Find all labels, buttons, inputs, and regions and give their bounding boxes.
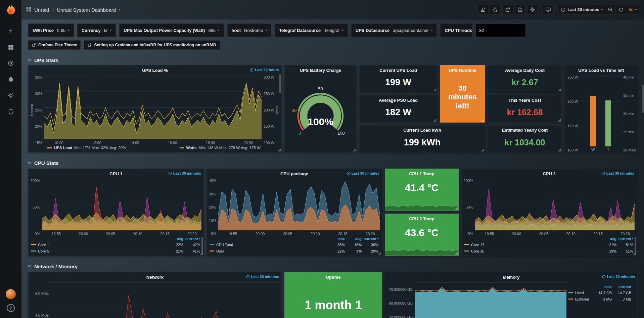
variable-telegraf-datasource[interactable]: Telegraf Datasource Telegraf▾: [275, 24, 348, 37]
panel-resize-handle[interactable]: [455, 252, 458, 255]
legend-series-name[interactable]: CPU Total: [210, 243, 328, 247]
panel-title[interactable]: UPS Runtime: [449, 68, 476, 73]
panel-title[interactable]: UPS Load %: [142, 68, 168, 73]
panel-resize-handle[interactable]: [481, 148, 484, 151]
panel-title[interactable]: CPU 2 Temp: [409, 216, 434, 221]
panel-title[interactable]: CPU 1 Temp: [409, 171, 434, 176]
legend-header-max[interactable]: max: [592, 285, 612, 289]
legend-series-name[interactable]: Used: [568, 291, 592, 295]
variable-currency[interactable]: Currency kr▾: [77, 24, 116, 37]
variable-ups-max-output[interactable]: UPS Max Output Power Capacity (Watt) 865…: [119, 24, 224, 37]
panel-title[interactable]: UPS Battery Charge: [300, 68, 341, 73]
variable-value[interactable]: apcupsd-container▾: [393, 28, 433, 33]
legend-series-name[interactable]: User: [210, 249, 328, 253]
section-cpu-stats[interactable]: CPU Stats: [28, 158, 638, 168]
legend-header-avg[interactable]: avg: [600, 237, 616, 241]
variable-value[interactable]: 0.65▾: [57, 28, 70, 33]
help-icon[interactable]: ?: [7, 304, 15, 312]
panel-resize-handle[interactable]: [433, 88, 436, 91]
panel-title[interactable]: This Years Cost: [508, 98, 541, 103]
cycle-view-mode-button[interactable]: [543, 5, 554, 15]
panel-resize-handle[interactable]: [633, 252, 636, 255]
bar-T[interactable]: [605, 100, 611, 146]
breadcrumb-app[interactable]: Unraid: [34, 7, 49, 13]
save-dashboard-button[interactable]: [515, 5, 525, 15]
add-panel-button[interactable]: [477, 5, 488, 15]
memory-chart[interactable]: [415, 282, 566, 318]
variable-ups-datasource[interactable]: UPS Datasource apcupsd-container▾: [351, 24, 437, 37]
legend-header-current[interactable]: current▾: [616, 237, 633, 241]
panel-scrollbar[interactable]: [279, 74, 281, 93]
legend-header-avg[interactable]: avg: [345, 237, 362, 241]
panel-title[interactable]: Current UPS Load: [379, 68, 417, 73]
panel-title[interactable]: Average Daily Cost: [505, 68, 545, 73]
panel-resize-handle[interactable]: [378, 252, 381, 255]
panel-resize-handle[interactable]: [278, 148, 281, 151]
panel-resize-handle[interactable]: [558, 148, 561, 151]
panel-title[interactable]: CPU package: [280, 171, 308, 176]
explore-compass-icon[interactable]: [4, 56, 17, 70]
variable-kwh-price[interactable]: kWh Price 0.65▾: [28, 24, 74, 37]
panel-resize-handle[interactable]: [558, 119, 561, 122]
alerting-bell-icon[interactable]: [4, 73, 17, 86]
panel-title[interactable]: Current Load kWh: [403, 128, 441, 133]
grafana-logo-icon[interactable]: [4, 3, 18, 17]
variable-value[interactable]: kr▾: [104, 28, 111, 33]
legend-header-current[interactable]: current▾: [362, 237, 378, 241]
legend-series-name[interactable]: Core 16: [464, 249, 600, 253]
legend-header-max[interactable]: max: [328, 237, 345, 241]
ups-bar-chart[interactable]: WT: [580, 76, 621, 152]
cpu2-chart[interactable]: [475, 179, 635, 230]
panel-title[interactable]: UPS Load vs Time left: [578, 68, 624, 73]
breadcrumb-dashboard-title[interactable]: Unraid System Dashboard: [57, 7, 116, 13]
panel-title[interactable]: Memory: [503, 275, 520, 280]
share-dashboard-button[interactable]: [502, 5, 513, 15]
dashboard-settings-button[interactable]: [527, 5, 538, 15]
section-network-memory[interactable]: Network / Memory: [28, 261, 638, 271]
panel-resize-handle[interactable]: [200, 252, 203, 255]
panel-title[interactable]: Network: [146, 275, 164, 280]
time-range-picker[interactable]: Last 30 minutes ▾: [558, 5, 605, 15]
bar-group-T[interactable]: T: [605, 77, 611, 152]
panel-resize-handle[interactable]: [558, 88, 561, 91]
legend-series-name[interactable]: Core 1: [31, 243, 167, 247]
panel-title[interactable]: CPU 1: [109, 171, 122, 176]
legend-header-current[interactable]: current: [612, 285, 631, 289]
star-dashboard-button[interactable]: [490, 5, 501, 15]
ups-load-chart[interactable]: [44, 76, 262, 139]
server-admin-shield-icon[interactable]: [4, 105, 17, 118]
panel-resize-handle[interactable]: [455, 207, 458, 210]
page-scrollbar[interactable]: [642, 85, 644, 113]
section-ups-stats[interactable]: UPS Stats: [28, 55, 638, 65]
legend-item-ups-load[interactable]: UPS Load Min: 17% Max: 32% Avg: 20%: [47, 146, 126, 150]
cpu-threads-input[interactable]: [475, 24, 526, 37]
network-chart[interactable]: [51, 282, 279, 318]
cpu-package-chart[interactable]: [218, 179, 380, 230]
panel-title[interactable]: Uptime: [326, 275, 340, 280]
zoom-out-button[interactable]: [605, 5, 616, 15]
user-avatar[interactable]: [6, 289, 16, 299]
legend-header-current[interactable]: current▾: [183, 237, 200, 241]
configuration-gear-icon[interactable]: [4, 89, 17, 102]
panel-resize-handle[interactable]: [633, 148, 636, 151]
link-grafana-plex-theme[interactable]: Grafana Plex Theme: [28, 40, 81, 50]
legend-item-watts[interactable]: Watts Min: 148 W Max: 278 W Avg: 175 W: [180, 146, 261, 150]
link-ups-monitoring-guide[interactable]: Setting up Grafana and InfluxDB for UPS …: [84, 40, 220, 50]
panel-resize-handle[interactable]: [481, 119, 484, 122]
panel-title[interactable]: Average PSU Load: [379, 98, 418, 103]
dashboard-title-caret-icon[interactable]: ▾: [119, 8, 121, 11]
panel-resize-handle[interactable]: [353, 148, 356, 151]
legend-header-avg[interactable]: avg: [167, 237, 183, 241]
variable-value[interactable]: Nostromo▾: [244, 28, 267, 33]
refresh-interval-picker[interactable]: 5s ▾: [626, 5, 639, 15]
panel-title[interactable]: Estimated Yearly Cost: [502, 128, 548, 133]
legend-scrollbar[interactable]: [201, 237, 203, 253]
legend-series-name[interactable]: Core 5: [31, 249, 167, 253]
dashboards-icon[interactable]: [4, 40, 17, 54]
legend-series-name[interactable]: Buffered: [568, 297, 592, 301]
panel-resize-handle[interactable]: [433, 119, 436, 122]
variable-value[interactable]: Telegraf▾: [324, 28, 343, 33]
bar-group-W[interactable]: W: [590, 77, 596, 152]
refresh-button[interactable]: [615, 5, 626, 15]
panel-title[interactable]: CPU 2: [543, 171, 555, 176]
